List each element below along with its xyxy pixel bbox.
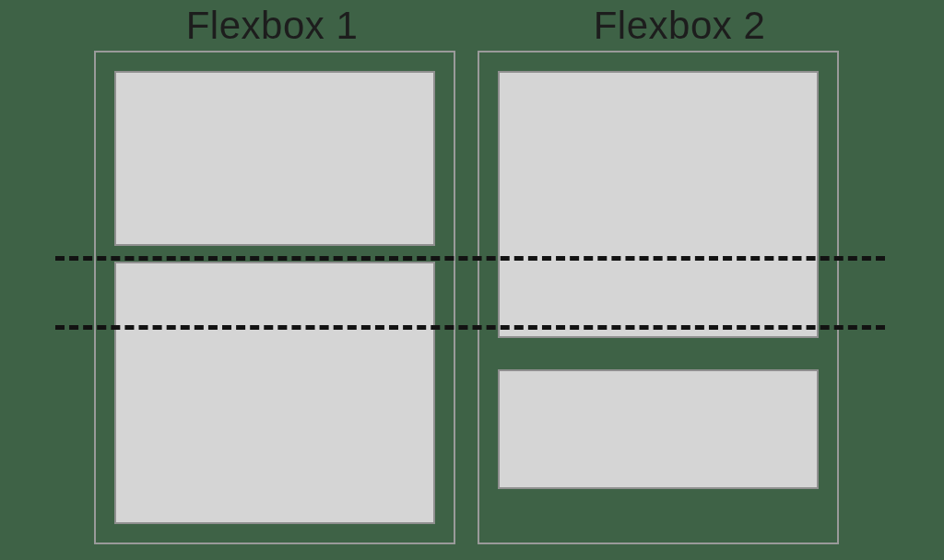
flexbox-1-item-top [114,71,435,246]
diagram-stage: Flexbox 1 Flexbox 2 [0,0,944,560]
flexbox-2-item-bottom [498,369,819,489]
flexbox-2-container [478,51,839,544]
flexbox-1-label: Flexbox 1 [74,4,470,48]
flexbox-2-label: Flexbox 2 [481,4,878,48]
flexbox-1-container [94,51,455,544]
flexbox-1-item-bottom [114,262,435,524]
flexbox-2-item-top [498,71,819,338]
